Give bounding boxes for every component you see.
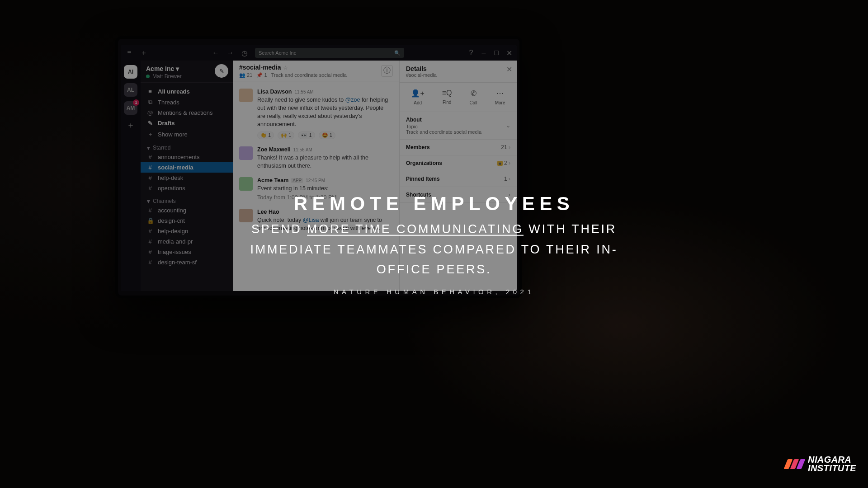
headline-body: SPEND MORE TIME COMMUNICATING WITH THEIR…: [231, 219, 637, 280]
headline-underline: MORE TIME COMMUNICATING: [307, 222, 524, 236]
headline-overlay: REMOTE EMPLOYEES SPEND MORE TIME COMMUNI…: [43, 193, 658, 296]
overlay-scrim: [0, 0, 658, 369]
headline-title: REMOTE EMPLOYEES: [43, 193, 658, 215]
headline-source: NATURE HUMAN BEHAVIOR, 2021: [43, 287, 658, 295]
